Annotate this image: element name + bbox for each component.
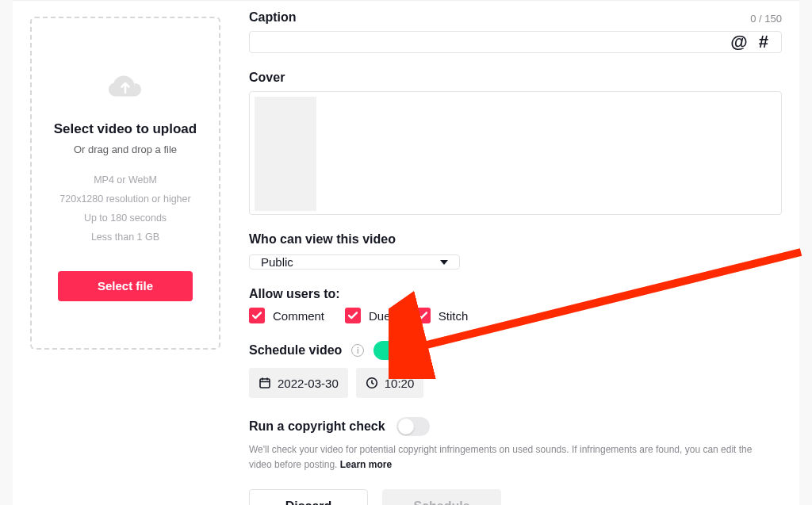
allow-duet[interactable]: Duet — [345, 308, 394, 323]
upload-dropzone[interactable]: Select video to upload Or drag and drop … — [30, 17, 220, 350]
schedule-toggle[interactable] — [373, 341, 407, 360]
upload-subtitle: Or drag and drop a file — [74, 143, 177, 155]
allow-label: Allow users to: — [249, 287, 782, 301]
privacy-label: Who can view this video — [249, 232, 782, 247]
copyright-label: Run a copyright check — [249, 419, 385, 434]
schedule-time-picker[interactable]: 10:20 — [356, 368, 424, 398]
allow-duet-label: Duet — [369, 309, 394, 323]
caption-counter: 0 / 150 — [750, 13, 782, 25]
caption-input[interactable]: @ # — [249, 31, 782, 53]
allow-comment[interactable]: Comment — [249, 308, 324, 323]
checkbox-checked-icon[interactable] — [249, 308, 265, 323]
upload-spec: Up to 180 seconds — [84, 212, 167, 224]
schedule-date-value: 2022-03-30 — [278, 377, 339, 390]
discard-button[interactable]: Discard — [249, 489, 368, 505]
upload-spec: Less than 1 GB — [91, 231, 159, 243]
copyright-note-text: We'll check your video for potential cop… — [249, 444, 752, 470]
calendar-icon — [259, 377, 271, 389]
schedule-date-picker[interactable]: 2022-03-30 — [249, 368, 348, 398]
cover-selector[interactable] — [249, 91, 782, 215]
info-icon[interactable]: i — [351, 344, 364, 357]
upload-spec: MP4 or WebM — [94, 174, 157, 186]
upload-title: Select video to upload — [54, 121, 197, 137]
select-file-button[interactable]: Select file — [58, 271, 193, 301]
copyright-note: We'll check your video for potential cop… — [249, 442, 756, 472]
mention-icon[interactable]: @ — [730, 32, 747, 52]
chevron-down-icon — [440, 260, 448, 265]
allow-comment-label: Comment — [273, 309, 324, 323]
checkbox-checked-icon[interactable] — [415, 308, 431, 323]
caption-label: Caption — [249, 10, 297, 25]
cover-thumbnail[interactable] — [255, 97, 316, 211]
schedule-time-value: 10:20 — [385, 377, 415, 390]
clock-icon — [366, 377, 378, 389]
svg-rect-2 — [260, 379, 270, 388]
privacy-select[interactable]: Public — [249, 254, 460, 270]
checkbox-checked-icon[interactable] — [345, 308, 361, 323]
upload-spec: 720x1280 resolution or higher — [59, 193, 190, 205]
allow-stitch-label: Stitch — [439, 309, 469, 323]
schedule-label: Schedule video — [249, 343, 342, 358]
privacy-selected: Public — [261, 255, 293, 269]
hashtag-icon[interactable]: # — [759, 32, 768, 52]
allow-stitch[interactable]: Stitch — [415, 308, 469, 323]
svg-line-1 — [404, 252, 801, 350]
schedule-button: Schedule — [382, 489, 501, 505]
copyright-toggle[interactable] — [396, 417, 430, 436]
cover-label: Cover — [249, 71, 782, 85]
learn-more-link[interactable]: Learn more — [340, 459, 392, 470]
cloud-upload-icon — [109, 75, 142, 104]
